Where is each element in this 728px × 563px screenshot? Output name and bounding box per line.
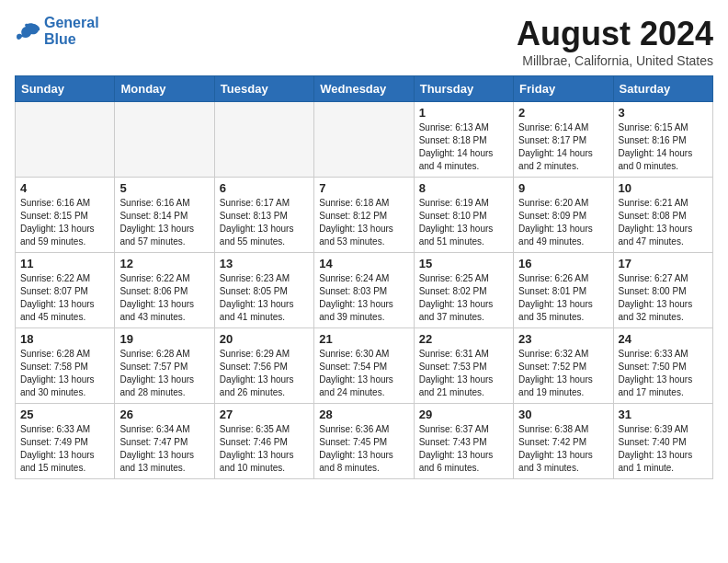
day-number: 28 — [319, 408, 408, 421]
day-info: Sunrise: 6:13 AM Sunset: 8:18 PM Dayligh… — [419, 121, 508, 173]
weekday-header: Friday — [514, 76, 613, 102]
calendar-cell: 5Sunrise: 6:16 AM Sunset: 8:14 PM Daylig… — [115, 178, 214, 253]
day-info: Sunrise: 6:23 AM Sunset: 8:05 PM Dayligh… — [220, 272, 309, 324]
day-number: 2 — [518, 106, 608, 120]
day-info: Sunrise: 6:35 AM Sunset: 7:46 PM Dayligh… — [220, 423, 309, 475]
day-number: 20 — [220, 332, 309, 346]
calendar-cell: 20Sunrise: 6:29 AM Sunset: 7:56 PM Dayli… — [214, 328, 313, 404]
location-text: Millbrae, California, United States — [517, 53, 713, 68]
day-number: 13 — [220, 257, 309, 270]
day-number: 9 — [518, 181, 608, 195]
day-info: Sunrise: 6:28 AM Sunset: 7:57 PM Dayligh… — [119, 348, 209, 399]
calendar-cell: 21Sunrise: 6:30 AM Sunset: 7:54 PM Dayli… — [314, 328, 414, 404]
page-header: General Blue August 2024 Millbrae, Calif… — [15, 15, 713, 68]
day-info: Sunrise: 6:30 AM Sunset: 7:54 PM Dayligh… — [319, 348, 408, 399]
calendar-cell: 14Sunrise: 6:24 AM Sunset: 8:03 PM Dayli… — [314, 253, 414, 328]
day-number: 16 — [518, 257, 608, 270]
day-number: 1 — [419, 106, 508, 120]
calendar-cell: 30Sunrise: 6:38 AM Sunset: 7:42 PM Dayli… — [514, 404, 613, 479]
day-number: 10 — [619, 181, 708, 195]
day-info: Sunrise: 6:36 AM Sunset: 7:45 PM Dayligh… — [319, 423, 408, 475]
day-info: Sunrise: 6:22 AM Sunset: 8:07 PM Dayligh… — [20, 272, 109, 324]
calendar-cell: 11Sunrise: 6:22 AM Sunset: 8:07 PM Dayli… — [16, 253, 115, 328]
day-number: 7 — [319, 181, 408, 195]
calendar-cell: 28Sunrise: 6:36 AM Sunset: 7:45 PM Dayli… — [314, 404, 414, 479]
calendar-cell: 8Sunrise: 6:19 AM Sunset: 8:10 PM Daylig… — [414, 178, 513, 253]
weekday-header: Wednesday — [314, 76, 414, 102]
calendar-week-row: 1Sunrise: 6:13 AM Sunset: 8:18 PM Daylig… — [16, 102, 713, 178]
day-number: 17 — [619, 257, 708, 270]
day-info: Sunrise: 6:16 AM Sunset: 8:15 PM Dayligh… — [20, 197, 109, 248]
day-number: 21 — [319, 332, 408, 346]
day-number: 22 — [419, 332, 508, 346]
day-number: 6 — [220, 181, 309, 195]
day-number: 8 — [419, 181, 508, 195]
day-info: Sunrise: 6:32 AM Sunset: 7:52 PM Dayligh… — [518, 348, 608, 399]
day-info: Sunrise: 6:34 AM Sunset: 7:47 PM Dayligh… — [119, 423, 209, 475]
day-info: Sunrise: 6:16 AM Sunset: 8:14 PM Dayligh… — [119, 197, 209, 248]
weekday-header: Saturday — [613, 76, 712, 102]
calendar-cell: 15Sunrise: 6:25 AM Sunset: 8:02 PM Dayli… — [414, 253, 513, 328]
calendar-cell: 7Sunrise: 6:18 AM Sunset: 8:12 PM Daylig… — [314, 178, 414, 253]
calendar-cell: 10Sunrise: 6:21 AM Sunset: 8:08 PM Dayli… — [613, 178, 712, 253]
day-number: 29 — [419, 408, 508, 421]
logo-blue: Blue — [44, 31, 99, 48]
day-info: Sunrise: 6:21 AM Sunset: 8:08 PM Dayligh… — [619, 197, 708, 248]
day-info: Sunrise: 6:26 AM Sunset: 8:01 PM Dayligh… — [518, 272, 608, 324]
calendar-cell: 9Sunrise: 6:20 AM Sunset: 8:09 PM Daylig… — [514, 178, 613, 253]
day-info: Sunrise: 6:17 AM Sunset: 8:13 PM Dayligh… — [220, 197, 309, 248]
calendar-cell: 16Sunrise: 6:26 AM Sunset: 8:01 PM Dayli… — [514, 253, 613, 328]
day-number: 3 — [619, 106, 708, 120]
day-number: 30 — [518, 408, 608, 421]
day-number: 24 — [619, 332, 708, 346]
day-info: Sunrise: 6:37 AM Sunset: 7:43 PM Dayligh… — [419, 423, 508, 475]
calendar-cell: 6Sunrise: 6:17 AM Sunset: 8:13 PM Daylig… — [214, 178, 313, 253]
logo: General Blue — [15, 15, 99, 47]
calendar-cell: 1Sunrise: 6:13 AM Sunset: 8:18 PM Daylig… — [414, 102, 513, 178]
day-info: Sunrise: 6:33 AM Sunset: 7:50 PM Dayligh… — [619, 348, 708, 399]
logo-general: General — [44, 15, 99, 30]
day-info: Sunrise: 6:25 AM Sunset: 8:02 PM Dayligh… — [419, 272, 508, 324]
calendar-cell — [314, 102, 414, 178]
calendar-cell: 19Sunrise: 6:28 AM Sunset: 7:57 PM Dayli… — [115, 328, 214, 404]
day-number: 12 — [119, 257, 209, 270]
calendar-cell — [16, 102, 115, 178]
calendar-week-row: 25Sunrise: 6:33 AM Sunset: 7:49 PM Dayli… — [16, 404, 713, 479]
logo-text: General Blue — [44, 15, 99, 47]
day-info: Sunrise: 6:20 AM Sunset: 8:09 PM Dayligh… — [518, 197, 608, 248]
day-number: 18 — [20, 332, 109, 346]
day-number: 19 — [119, 332, 209, 346]
calendar-cell: 29Sunrise: 6:37 AM Sunset: 7:43 PM Dayli… — [414, 404, 513, 479]
calendar-header-row: SundayMondayTuesdayWednesdayThursdayFrid… — [16, 76, 713, 102]
calendar-cell: 18Sunrise: 6:28 AM Sunset: 7:58 PM Dayli… — [16, 328, 115, 404]
calendar-week-row: 4Sunrise: 6:16 AM Sunset: 8:15 PM Daylig… — [16, 178, 713, 253]
calendar-cell: 24Sunrise: 6:33 AM Sunset: 7:50 PM Dayli… — [613, 328, 712, 404]
month-title: August 2024 — [517, 15, 713, 53]
weekday-header: Thursday — [414, 76, 513, 102]
day-number: 27 — [220, 408, 309, 421]
day-info: Sunrise: 6:39 AM Sunset: 7:40 PM Dayligh… — [619, 423, 708, 475]
calendar-week-row: 11Sunrise: 6:22 AM Sunset: 8:07 PM Dayli… — [16, 253, 713, 328]
calendar-week-row: 18Sunrise: 6:28 AM Sunset: 7:58 PM Dayli… — [16, 328, 713, 404]
calendar-cell: 3Sunrise: 6:15 AM Sunset: 8:16 PM Daylig… — [613, 102, 712, 178]
day-info: Sunrise: 6:38 AM Sunset: 7:42 PM Dayligh… — [518, 423, 608, 475]
day-number: 14 — [319, 257, 408, 270]
day-number: 23 — [518, 332, 608, 346]
day-number: 31 — [619, 408, 708, 421]
calendar-cell: 23Sunrise: 6:32 AM Sunset: 7:52 PM Dayli… — [514, 328, 613, 404]
day-number: 26 — [119, 408, 209, 421]
calendar-cell: 2Sunrise: 6:14 AM Sunset: 8:17 PM Daylig… — [514, 102, 613, 178]
day-info: Sunrise: 6:24 AM Sunset: 8:03 PM Dayligh… — [319, 272, 408, 324]
day-info: Sunrise: 6:15 AM Sunset: 8:16 PM Dayligh… — [619, 121, 708, 173]
weekday-header: Monday — [115, 76, 214, 102]
calendar-cell: 25Sunrise: 6:33 AM Sunset: 7:49 PM Dayli… — [16, 404, 115, 479]
day-info: Sunrise: 6:27 AM Sunset: 8:00 PM Dayligh… — [619, 272, 708, 324]
day-info: Sunrise: 6:28 AM Sunset: 7:58 PM Dayligh… — [20, 348, 109, 399]
day-info: Sunrise: 6:31 AM Sunset: 7:53 PM Dayligh… — [419, 348, 508, 399]
logo-icon — [15, 20, 40, 42]
calendar-cell: 17Sunrise: 6:27 AM Sunset: 8:00 PM Dayli… — [613, 253, 712, 328]
calendar-cell: 4Sunrise: 6:16 AM Sunset: 8:15 PM Daylig… — [16, 178, 115, 253]
title-area: August 2024 Millbrae, California, United… — [517, 15, 713, 68]
calendar-table: SundayMondayTuesdayWednesdayThursdayFrid… — [15, 75, 713, 479]
calendar-cell — [214, 102, 313, 178]
